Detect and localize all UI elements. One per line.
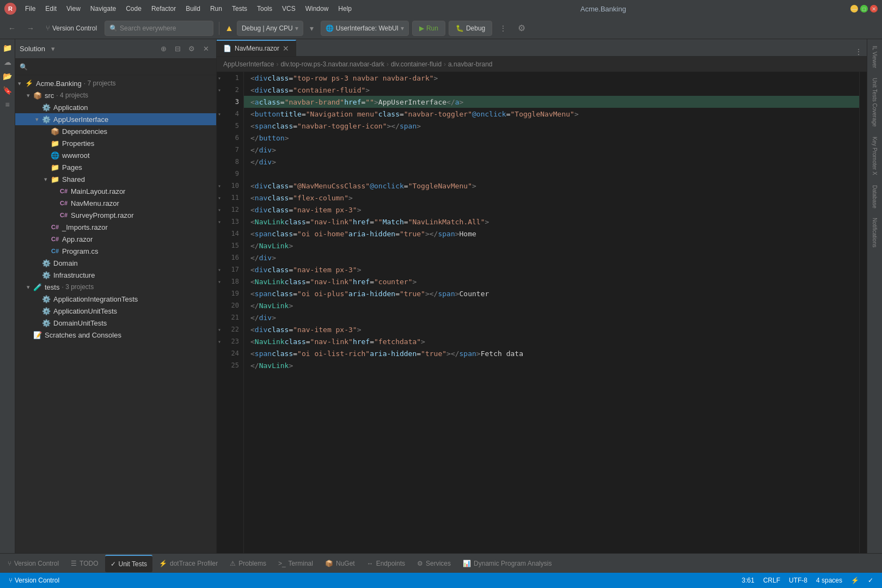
collapse-all-button[interactable]: ⊟ [171, 43, 183, 55]
tree-item[interactable]: ⚙️Infrastructure [15, 269, 216, 281]
code-line[interactable]: <div class="nav-item px-3"> [244, 323, 859, 335]
menu-item-tests[interactable]: Tests [228, 4, 252, 14]
maximize-button[interactable]: □ [860, 5, 868, 13]
bottom-tab-endpoints[interactable]: ↔Endpoints [362, 555, 411, 572]
code-line[interactable]: </div> [244, 311, 859, 323]
menu-item-build[interactable]: Build [181, 4, 205, 14]
code-line[interactable]: </NavLink> [244, 359, 859, 371]
tree-root-item[interactable]: ▾⚡Acme.Banking· 7 projects [15, 77, 216, 89]
menu-item-navigate[interactable]: Navigate [86, 4, 120, 14]
run-button[interactable]: ▶ Run [412, 21, 445, 36]
code-content[interactable]: <div class="top-row ps-3 navbar navbar-d… [244, 72, 859, 553]
code-line[interactable]: <span class="oi oi-plus" aria-hidden="tr… [244, 287, 859, 299]
fold-arrow-icon[interactable]: ▾ [218, 87, 221, 93]
tree-item[interactable]: 📝Scratches and Consoles [15, 329, 216, 341]
breadcrumb-item[interactable]: div.container-fluid [391, 60, 442, 68]
fold-arrow-icon[interactable]: ▾ [218, 267, 221, 273]
breadcrumb-item[interactable]: a.navbar-brand [448, 60, 492, 68]
database-panel[interactable]: Database [869, 181, 880, 213]
code-line[interactable]: <div class="nav-item px-3"> [244, 264, 859, 275]
menu-item-refactor[interactable]: Refactor [147, 4, 180, 14]
code-line[interactable]: <span class="navbar-toggler-icon"></span… [244, 120, 859, 132]
code-line[interactable]: <div class="nav-item px-3"> [244, 204, 859, 216]
bottom-tab-dottrace-profiler[interactable]: ⚡dotTrace Profiler [154, 555, 223, 572]
close-panel-button[interactable]: ✕ [200, 43, 212, 55]
debug-button[interactable]: 🐛 Debug [449, 21, 492, 36]
power-save-icon[interactable]: ⚡ [847, 577, 863, 584]
minimize-button[interactable]: — [850, 5, 858, 13]
fold-arrow-icon[interactable]: ▾ [218, 207, 221, 213]
menu-item-tools[interactable]: Tools [253, 4, 277, 14]
bookmarks-icon[interactable]: 🔖 [1, 84, 14, 97]
add-node-button[interactable]: ⊕ [157, 43, 169, 55]
breadcrumb-item[interactable]: AppUserInterface [223, 60, 274, 68]
encoding[interactable]: UTF-8 [785, 577, 812, 584]
solution-dropdown-button[interactable]: ▾ [47, 43, 59, 55]
menu-item-file[interactable]: File [21, 4, 40, 14]
tree-item[interactable]: 📦Dependencies [15, 125, 216, 137]
code-line[interactable]: </NavLink> [244, 299, 859, 311]
unit-tests-coverage-panel[interactable]: Unit Tests Coverage [869, 74, 880, 131]
code-line[interactable]: <button title="Navigation menu" class="n… [244, 108, 859, 120]
code-line[interactable]: <div class="@NavMenuCssClass" @onclick="… [244, 180, 859, 192]
more-actions-button[interactable]: ⋮ [495, 21, 511, 36]
menu-item-code[interactable]: Code [121, 4, 146, 14]
code-line[interactable]: <NavLink class="nav-link" href="" Match=… [244, 216, 859, 228]
settings-button[interactable]: ⚙ [514, 21, 529, 36]
menu-item-run[interactable]: Run [206, 4, 226, 14]
tree-item[interactable]: C#App.razor [15, 233, 216, 245]
webui-config-selector[interactable]: 🌐 UserInterface: WebUI ▾ [321, 21, 409, 36]
debug-config-selector[interactable]: Debug | Any CPU ▾ [237, 21, 303, 36]
code-line[interactable]: <a class="navbar-brand" href="">AppUserI… [244, 96, 859, 108]
code-line[interactable] [244, 168, 859, 180]
bottom-tab-version-control[interactable]: ⑂Version Control [2, 555, 64, 572]
code-line[interactable]: <NavLink class="nav-link" href="fetchdat… [244, 335, 859, 347]
menu-item-help[interactable]: Help [334, 4, 356, 14]
forward-button[interactable]: → [23, 21, 38, 36]
menu-item-vcs[interactable]: VCS [278, 4, 300, 14]
tree-item[interactable]: C#MainLayout.razor [15, 185, 216, 197]
fold-arrow-icon[interactable]: ▾ [218, 195, 221, 201]
vcs-status[interactable]: ⑂ Version Control [4, 573, 64, 588]
explorer-icon[interactable]: 📂 [1, 70, 14, 83]
editor-tab-navmenu[interactable]: 📄 NavMenu.razor ✕ [217, 40, 296, 56]
vcs-button[interactable]: ⑂ Version Control [41, 21, 101, 36]
bottom-tab-problems[interactable]: ⚠Problems [224, 555, 272, 572]
tree-item[interactable]: C#_Imports.razor [15, 221, 216, 233]
code-line[interactable]: <span class="oi oi-home" aria-hidden="tr… [244, 228, 859, 240]
breadcrumb-item[interactable]: div.top-row.ps-3.navbar.navbar-dark [280, 60, 384, 68]
bottom-tab-dynamic-program-analysis[interactable]: 📊Dynamic Program Analysis [457, 555, 557, 572]
notifications-panel[interactable]: Notifications [869, 213, 880, 252]
tree-item[interactable]: ▾📁Shared [15, 173, 216, 185]
tree-item[interactable]: ⚙️ApplicationUnitTests [15, 305, 216, 317]
solution-explorer-icon[interactable]: 📁 [1, 41, 14, 54]
bottom-tab-unit-tests[interactable]: ✓Unit Tests [105, 555, 152, 572]
tree-item[interactable]: C#Program.cs [15, 245, 216, 257]
code-line[interactable]: </NavLink> [244, 240, 859, 252]
debug-dropdown-button[interactable]: ▾ [307, 21, 317, 36]
bottom-tab-nuget[interactable]: 📦NuGet [320, 555, 360, 572]
bottom-tab-terminal[interactable]: >_Terminal [273, 555, 318, 572]
code-line[interactable]: </div> [244, 156, 859, 168]
code-line[interactable]: <div class="top-row ps-3 navbar navbar-d… [244, 72, 859, 84]
tree-item[interactable]: ⚙️Domain [15, 257, 216, 269]
search-everywhere[interactable]: 🔍 Search everywhere [105, 21, 213, 36]
check-icon[interactable]: ✓ [863, 577, 878, 584]
key-promoter-panel[interactable]: Key Promoter X [869, 132, 880, 180]
code-line[interactable]: </button> [244, 132, 859, 144]
tree-item[interactable]: ▾🧪tests· 3 projects [15, 281, 216, 293]
tree-item[interactable]: 📁Properties [15, 137, 216, 149]
code-line[interactable]: </div> [244, 252, 859, 264]
indent-settings[interactable]: 4 spaces [812, 577, 847, 584]
minimap-scrollbar[interactable] [859, 72, 867, 553]
fold-arrow-icon[interactable]: ▾ [218, 75, 221, 81]
code-line[interactable]: <NavLink class="nav-link" href="counter"… [244, 275, 859, 287]
code-line[interactable]: <nav class="flex-column"> [244, 192, 859, 204]
tree-item[interactable]: C#NavMenu.razor [15, 197, 216, 209]
structure-icon[interactable]: ≡ [1, 98, 14, 111]
fold-arrow-icon[interactable]: ▾ [218, 111, 221, 117]
tabs-more-button[interactable]: ⋮ [855, 47, 862, 56]
fold-arrow-icon[interactable]: ▾ [218, 219, 221, 225]
tree-item[interactable]: ⚙️ApplicationIntegrationTests [15, 293, 216, 305]
fold-arrow-icon[interactable]: ▾ [218, 183, 221, 189]
